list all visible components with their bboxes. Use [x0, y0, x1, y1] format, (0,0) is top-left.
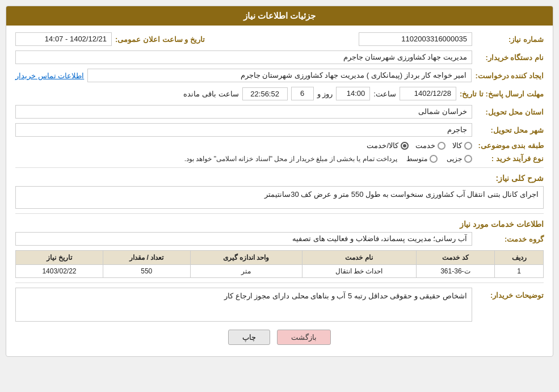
back-button[interactable]: بازگشت — [277, 330, 331, 345]
creator-label: ایجاد کننده درخواست: — [475, 71, 544, 80]
buyer-org-value: مدیریت جهاد کشاورزی شهرستان جاجرم — [15, 50, 472, 64]
radio-kala — [464, 142, 472, 150]
page-title: جزئیات اطلاعات نیاز — [6, 6, 553, 26]
purchase-type-note: پرداخت تمام یا بخشی از مبلغ خریدار از مح… — [184, 155, 397, 163]
buyer-notes-value: اشخاص حقیقی و حقوقی حداقل رتبه 5 آب و بن… — [15, 288, 472, 322]
announcement-date-label: تاریخ و ساعت اعلان عمومی: — [115, 35, 205, 44]
response-time-label: ساعت: — [373, 90, 396, 98]
city-value: جاجرم — [15, 123, 472, 137]
category-khedmat-label: خدمت — [415, 141, 435, 150]
cell-name: احداث خط انتقال — [302, 265, 416, 278]
type-jozi-label: جزیی — [447, 155, 462, 163]
col-name: نام خدمت — [302, 251, 416, 265]
radio-motavasset — [430, 155, 438, 163]
table-row: 1 ت-36-361 احداث خط انتقال متر 550 1403/… — [16, 265, 544, 278]
button-row: بازگشت چاپ — [15, 330, 544, 349]
need-description-value: اجرای کانال بتنی انتقال آب کشاورزی سنخوا… — [15, 186, 544, 209]
service-group-label: گروه خدمت: — [476, 235, 544, 243]
buyer-org-label: نام دستگاه خریدار: — [476, 53, 544, 62]
response-days-label: روز و — [317, 90, 333, 98]
cell-date: 1403/02/22 — [16, 265, 103, 278]
announcement-date-value: 1402/12/21 - 14:07 — [15, 32, 112, 46]
category-kala[interactable]: کالا — [452, 141, 472, 150]
city-label: شهر محل تحویل: — [476, 126, 544, 134]
type-jozi[interactable]: جزیی — [447, 155, 472, 163]
cell-quantity: 550 — [103, 265, 190, 278]
col-date: تاریخ نیاز — [16, 251, 103, 265]
province-label: استان محل تحویل: — [476, 108, 544, 116]
radio-kala-khedmat — [401, 142, 409, 150]
creator-value: امیر خواجه کار برداز (پیمانکاری ) مدیریت… — [87, 69, 472, 82]
province-value: خراسان شمالی — [15, 105, 472, 119]
services-table: ردیف کد خدمت نام خدمت واحد اندازه گیری ت… — [15, 250, 544, 278]
category-kala-label: کالا — [452, 141, 462, 150]
category-label: طبقه بندی موضوعی: — [476, 141, 544, 150]
response-days: 6 — [291, 87, 314, 100]
category-kala-khedmat-label: کالا/خدمت — [367, 141, 398, 150]
col-quantity: تعداد / مقدار — [103, 251, 190, 265]
col-row: ردیف — [495, 251, 544, 265]
response-date: 1402/12/28 — [400, 87, 456, 100]
service-group-value: آب رسانی؛ مدیریت پسماند، فاضلاب و فعالیت… — [15, 232, 472, 246]
col-code: کد خدمت — [416, 251, 495, 265]
need-description-section: شرح کلی نیاز: — [15, 174, 544, 183]
type-motavasset-label: متوسط — [406, 155, 427, 163]
contact-link[interactable]: اطلاعات تماس خریدار — [15, 71, 84, 80]
response-remaining: 22:56:52 — [242, 87, 288, 100]
purchase-type-options: جزیی متوسط پرداخت تمام یا بخشی از مبلغ خ… — [15, 155, 472, 163]
need-number-label: شماره نیاز: — [476, 35, 544, 44]
category-options: کالا خدمت کالا/خدمت — [15, 141, 472, 150]
print-button[interactable]: چاپ — [228, 330, 270, 345]
col-unit: واحد اندازه گیری — [190, 251, 302, 265]
services-section-label: اطلاعات خدمات مورد نیاز — [15, 220, 544, 229]
need-number-value: 1102003316000035 — [359, 32, 472, 46]
category-kala-khedmat[interactable]: کالا/خدمت — [367, 141, 409, 150]
type-motavasset[interactable]: متوسط — [406, 155, 438, 163]
radio-jozi — [464, 155, 472, 163]
cell-row: 1 — [495, 265, 544, 278]
cell-code: ت-36-361 — [416, 265, 495, 278]
buyer-notes-label: توضیحات خریدار: — [476, 288, 544, 300]
radio-khedmat — [438, 142, 445, 150]
category-khedmat[interactable]: خدمت — [415, 141, 445, 150]
response-time: 14:00 — [336, 87, 370, 100]
response-remaining-label: ساعت باقی مانده — [183, 90, 238, 98]
response-deadline-label: مهلت ارسال پاسخ: تا تاریخ: — [460, 90, 544, 98]
purchase-type-label: نوع فرآیند خرید : — [476, 154, 544, 163]
cell-unit: متر — [190, 265, 302, 278]
